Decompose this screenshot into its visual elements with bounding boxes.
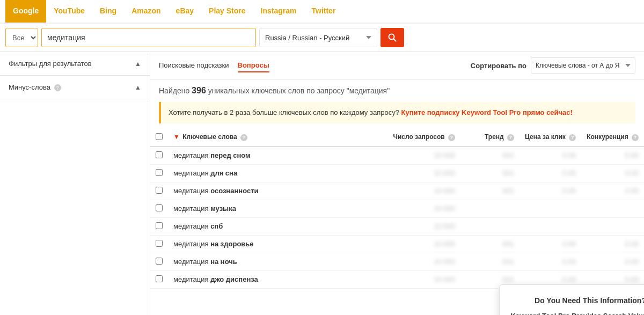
search-button[interactable] <box>380 28 404 47</box>
blurred-value: 0.00 <box>625 169 639 177</box>
row-checkbox-cell <box>150 253 168 270</box>
row-checkbox[interactable] <box>156 204 163 211</box>
keyword-normal: медитация <box>173 240 210 248</box>
blurred-value: 001 <box>502 169 514 177</box>
results-heading: Найдено 396 уникальных ключевых слов по … <box>150 79 644 102</box>
keyword-cell: медитация на ночь <box>168 253 387 270</box>
chevron-up-icon: ▲ <box>135 60 141 68</box>
blurred-value: 0.00 <box>562 275 576 283</box>
blurred-value: 0.00 <box>625 275 639 283</box>
cpc-cell: 0.00 <box>519 253 581 270</box>
blurred-value: 10 000 <box>434 204 455 213</box>
cpc-cell: 0.00 <box>519 235 581 253</box>
nav-tab-youtube[interactable]: YouTube <box>46 0 92 23</box>
filters-section[interactable]: Фильтры для результатов ▲ <box>0 52 150 76</box>
content-area: Поисковые подсказки Вопросы Сортировать … <box>150 52 644 315</box>
content-tabs-row: Поисковые подсказки Вопросы Сортировать … <box>150 52 644 79</box>
keyword-cell: медитация спб <box>168 217 387 235</box>
keyword-bold: на ночь <box>210 258 237 266</box>
blurred-value: 10 000 <box>434 258 455 266</box>
blurred-value: 001 <box>502 187 514 195</box>
keyword-normal: медитация <box>173 204 210 213</box>
nav-tab-instagram[interactable]: Instagram <box>253 0 304 23</box>
keyword-bold: для сна <box>210 169 237 177</box>
sidebar: Фильтры для результатов ▲ Минус-слова ? … <box>0 52 150 315</box>
trend-cell <box>460 217 519 235</box>
row-checkbox[interactable] <box>156 240 163 247</box>
row-checkbox[interactable] <box>156 258 163 265</box>
sort-arrow-icon: ▼ <box>173 133 180 141</box>
tooltip-title: Do You Need This Information? <box>510 295 644 306</box>
blurred-value: 0.00 <box>562 258 576 266</box>
table-row: медитация перед сном10 0000010.000.00 <box>150 146 644 165</box>
results-text-prefix: Найдено <box>159 86 189 95</box>
row-checkbox[interactable] <box>156 169 163 176</box>
minus-words-label: Минус-слова ? <box>9 83 61 91</box>
volume-cell: 10 000 <box>387 182 460 200</box>
nav-tab-twitter[interactable]: Twitter <box>304 0 343 23</box>
search-input[interactable] <box>41 28 256 47</box>
blurred-value: 10 000 <box>434 187 455 195</box>
tab-suggestions[interactable]: Поисковые подсказки <box>159 59 229 72</box>
blurred-value: 001 <box>502 240 514 248</box>
volume-cell: 10 000 <box>387 200 460 217</box>
keyword-normal: медитация <box>173 222 210 230</box>
blurred-value: 0.00 <box>562 240 576 248</box>
keyword-cell: медитация осознанности <box>168 182 387 200</box>
competition-cell <box>581 200 644 217</box>
row-checkbox-cell <box>150 146 168 165</box>
content-tabs-left: Поисковые подсказки Вопросы <box>159 59 269 72</box>
minus-words-section[interactable]: Минус-слова ? ▲ <box>0 76 150 99</box>
blurred-value: 10 000 <box>434 169 455 177</box>
blurred-value: 0.00 <box>625 258 639 266</box>
keyword-normal: медитация <box>173 151 210 159</box>
results-text-suffix: уникальных ключевых слов по запросу "мед… <box>208 86 390 95</box>
col-header-trend: Тренд ? <box>460 129 519 146</box>
nav-tab-playstore[interactable]: Play Store <box>201 0 253 23</box>
kw-col-help-icon[interactable]: ? <box>240 134 247 141</box>
trend-cell: 001 <box>460 164 519 182</box>
comp-col-help-icon[interactable]: ? <box>632 134 639 141</box>
promo-link[interactable]: Купите подписку Keyword Tool Pro прямо с… <box>401 108 573 116</box>
competition-cell: 0.00 <box>581 253 644 270</box>
nav-tab-google[interactable]: Google <box>5 0 46 23</box>
content-tabs-right: Сортировать по Ключевые слова - от А до … <box>471 57 635 74</box>
volume-col-help-icon[interactable]: ? <box>448 134 455 141</box>
filters-label: Фильтры для результатов <box>9 60 92 68</box>
trend-cell: 001 <box>460 235 519 253</box>
row-checkbox[interactable] <box>156 222 163 229</box>
sort-select[interactable]: Ключевые слова - от А до Я <box>531 57 635 74</box>
blurred-value: 001 <box>502 151 514 159</box>
search-icon <box>388 33 397 42</box>
volume-cell: 10 000 <box>387 235 460 253</box>
location-select[interactable]: Russia / Russian - Русский <box>259 28 377 47</box>
row-checkbox-cell <box>150 217 168 235</box>
trend-col-help-icon[interactable]: ? <box>507 134 514 141</box>
tooltip-body-link[interactable]: Keyword Tool Pro Provides Search Volume … <box>510 312 644 315</box>
nav-tab-ebay[interactable]: eBay <box>169 0 201 23</box>
tab-questions[interactable]: Вопросы <box>238 59 269 72</box>
search-prefix-select[interactable]: Все <box>5 28 38 47</box>
minus-chevron-up-icon: ▲ <box>135 84 141 91</box>
keyword-normal: медитация <box>173 169 210 177</box>
cpc-cell: 0.00 <box>519 164 581 182</box>
cpc-col-help-icon[interactable]: ? <box>569 134 576 141</box>
row-checkbox[interactable] <box>156 187 163 194</box>
blurred-value: 10 000 <box>434 240 455 248</box>
keyword-normal: медитация <box>173 258 210 266</box>
promo-banner: Хотите получать в 2 раза больше ключевых… <box>159 102 635 123</box>
row-checkbox[interactable] <box>156 151 163 158</box>
col-header-volume: Число запросов ? <box>387 129 460 146</box>
volume-cell: 10 000 <box>387 164 460 182</box>
col-header-keywords: ▼ Ключевые слова ? <box>168 129 387 146</box>
col-header-checkbox <box>150 129 168 146</box>
select-all-checkbox[interactable] <box>156 133 163 140</box>
row-checkbox[interactable] <box>156 275 163 282</box>
competition-cell: 0.00 <box>581 164 644 182</box>
minus-words-help-icon[interactable]: ? <box>54 84 61 91</box>
keyword-cell: медитация музыка <box>168 200 387 217</box>
sort-label: Сортировать по <box>471 62 526 70</box>
nav-tab-amazon[interactable]: Amazon <box>124 0 168 23</box>
nav-tab-bing[interactable]: Bing <box>92 0 124 23</box>
tooltip-card: Do You Need This Information? Keyword To… <box>499 284 644 316</box>
